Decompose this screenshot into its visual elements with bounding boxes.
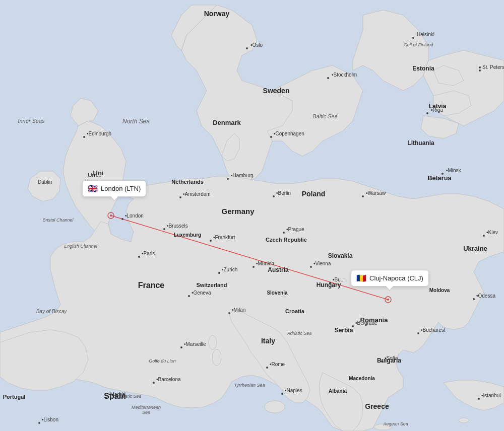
svg-text:Serbia: Serbia	[335, 327, 353, 334]
svg-text:•Bu...: •Bu...	[333, 277, 345, 282]
svg-text:Macedonia: Macedonia	[349, 376, 375, 381]
svg-point-25	[310, 266, 312, 268]
svg-point-37	[266, 367, 268, 369]
svg-text:•Munich: •Munich	[256, 261, 274, 266]
london-flag: 🇬🇧	[88, 184, 98, 193]
svg-text:•Odessa: •Odessa	[476, 293, 495, 299]
svg-text:Italy: Italy	[261, 337, 275, 345]
svg-point-12	[327, 77, 329, 79]
svg-text:Hungary: Hungary	[317, 281, 341, 289]
svg-point-24	[283, 232, 285, 234]
svg-point-129	[479, 66, 481, 68]
svg-text:Helsinki: Helsinki	[417, 32, 434, 37]
svg-text:Slovakia: Slovakia	[328, 252, 353, 259]
svg-point-45	[479, 69, 481, 71]
svg-text:•Geneva: •Geneva	[192, 290, 211, 296]
svg-text:Tyrrhenian Sea: Tyrrhenian Sea	[234, 383, 265, 388]
svg-text:Norway: Norway	[204, 10, 230, 18]
svg-text:Uni: Uni	[93, 169, 104, 177]
svg-text:Portugal: Portugal	[3, 394, 26, 400]
svg-text:•Kiev: •Kiev	[486, 230, 498, 235]
svg-text:•Edinburgh: •Edinburgh	[87, 131, 111, 136]
svg-point-42	[180, 346, 182, 348]
svg-point-2	[212, 349, 221, 366]
svg-text:Switzerland: Switzerland	[196, 282, 227, 288]
svg-point-1	[209, 335, 217, 349]
svg-point-8	[110, 214, 112, 217]
svg-text:•London: •London	[125, 213, 144, 219]
svg-text:•Barcelona: •Barcelona	[156, 377, 181, 382]
svg-point-34	[417, 332, 419, 334]
cluj-airport-popup[interactable]: 🇷🇴 Cluj-Napoca (CLJ)	[351, 270, 429, 286]
svg-point-28	[228, 312, 230, 314]
svg-point-20	[179, 196, 181, 198]
svg-text:•Lisbon: •Lisbon	[42, 417, 58, 422]
svg-point-31	[121, 218, 123, 220]
svg-text:Lithuania: Lithuania	[407, 139, 434, 147]
london-airport-popup[interactable]: 🇬🇧 London (LTN)	[82, 180, 146, 197]
svg-point-21	[273, 195, 275, 197]
svg-point-13	[412, 37, 414, 39]
svg-text:•Amsterdam: •Amsterdam	[183, 191, 211, 197]
svg-text:Albania: Albania	[329, 388, 347, 394]
svg-point-17	[362, 195, 364, 197]
svg-point-18	[270, 136, 272, 138]
svg-text:Sea: Sea	[142, 410, 150, 415]
svg-text:Golfe du Lion: Golfe du Lion	[149, 358, 176, 364]
svg-text:•Belgrade: •Belgrade	[355, 320, 377, 326]
svg-text:•Stockholm: •Stockholm	[332, 72, 357, 78]
svg-point-14	[426, 112, 428, 114]
svg-text:Denmark: Denmark	[213, 119, 241, 126]
svg-text:Aegean Sea: Aegean Sea	[383, 421, 408, 426]
svg-text:•Sofia: •Sofia	[385, 355, 398, 361]
cluj-flag: 🇷🇴	[356, 273, 366, 283]
svg-point-26	[218, 272, 220, 274]
svg-text:•Frankfurt: •Frankfurt	[213, 235, 235, 240]
svg-text:Slovenia: Slovenia	[267, 290, 288, 296]
svg-point-5	[459, 418, 469, 423]
svg-text:•Copenhagen: •Copenhagen	[274, 131, 304, 136]
svg-text:•Madrid: •Madrid	[108, 392, 125, 397]
svg-point-44	[473, 298, 475, 300]
svg-text:France: France	[138, 281, 165, 290]
svg-text:Moldova: Moldova	[429, 288, 450, 293]
svg-text:Baltic Sea: Baltic Sea	[312, 113, 338, 119]
svg-text:Gulf of Finland: Gulf of Finland	[404, 42, 434, 47]
svg-point-30	[138, 256, 140, 258]
svg-text:Germany: Germany	[221, 207, 255, 216]
svg-text:Croatia: Croatia	[285, 308, 305, 314]
svg-text:•Vienna: •Vienna	[313, 261, 331, 266]
svg-text:Estonia: Estonia	[412, 65, 434, 72]
svg-text:•Rome: •Rome	[270, 362, 285, 367]
svg-text:•Milan: •Milan	[232, 307, 245, 313]
svg-point-10	[387, 299, 389, 301]
svg-text:•Brussels: •Brussels	[167, 223, 188, 229]
svg-text:English Channel: English Channel	[64, 244, 98, 249]
svg-text:Bay of Biscay: Bay of Biscay	[36, 309, 68, 314]
svg-point-19	[227, 178, 229, 180]
svg-text:Belarus: Belarus	[427, 174, 452, 182]
svg-text:•Hamburg: •Hamburg	[231, 173, 254, 178]
svg-point-38	[281, 393, 283, 395]
svg-text:Netherlands: Netherlands	[171, 179, 204, 185]
svg-text:•Riga: •Riga	[431, 107, 444, 113]
svg-text:•Berlin: •Berlin	[276, 190, 291, 196]
svg-text:Luxemburg: Luxemburg	[174, 232, 201, 238]
svg-point-16	[483, 235, 485, 237]
svg-point-29	[253, 266, 255, 268]
svg-text:Sweden: Sweden	[263, 87, 290, 95]
svg-text:•Istanbul: •Istanbul	[481, 393, 501, 398]
svg-point-23	[210, 240, 212, 242]
svg-text:Czech Republic: Czech Republic	[266, 237, 307, 243]
svg-text:•Minsk: •Minsk	[446, 168, 462, 173]
svg-text:Dublin: Dublin	[38, 179, 52, 185]
svg-point-39	[153, 382, 155, 384]
map-container: Norway Sweden Estonia Latvia Lithuania B…	[0, 0, 504, 431]
svg-text:Inner Seas: Inner Seas	[18, 118, 45, 124]
map-svg: Norway Sweden Estonia Latvia Lithuania B…	[0, 0, 504, 431]
svg-text:•Paris: •Paris	[142, 251, 155, 256]
london-airport-label: London (LTN)	[101, 185, 141, 192]
svg-text:•Prague: •Prague	[286, 227, 304, 232]
svg-text:St. Peters...: St. Peters...	[482, 64, 504, 70]
svg-point-3	[265, 401, 285, 413]
